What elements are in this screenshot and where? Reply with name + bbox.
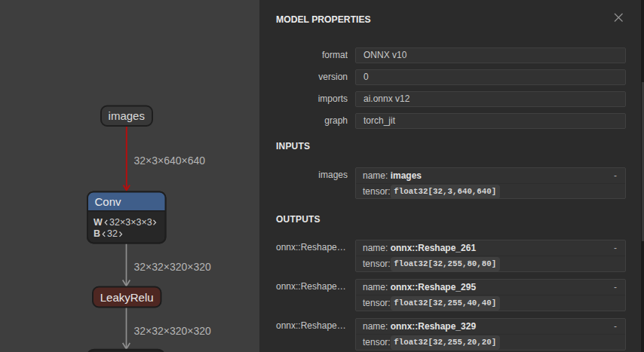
svg-text:W: W <box>94 217 103 228</box>
svg-text:B: B <box>94 228 100 239</box>
svg-text:32×32×320×320: 32×32×320×320 <box>134 261 212 273</box>
svg-text:LeakyRelu: LeakyRelu <box>100 291 154 304</box>
svg-text:32×3×640×640: 32×3×640×640 <box>134 155 206 167</box>
svg-text:images: images <box>109 109 145 122</box>
svg-text:32×32×320×320: 32×32×320×320 <box>134 325 212 337</box>
svg-text:32×3×3×3: 32×3×3×3 <box>109 217 152 228</box>
svg-text:32: 32 <box>107 228 118 239</box>
svg-text:Conv: Conv <box>95 195 122 208</box>
